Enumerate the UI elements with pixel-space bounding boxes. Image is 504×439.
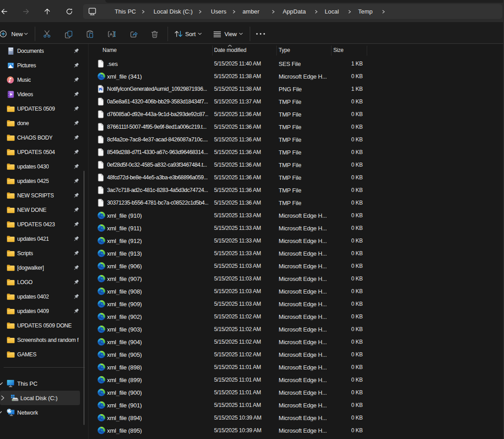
svg-text:A: A xyxy=(110,32,113,37)
